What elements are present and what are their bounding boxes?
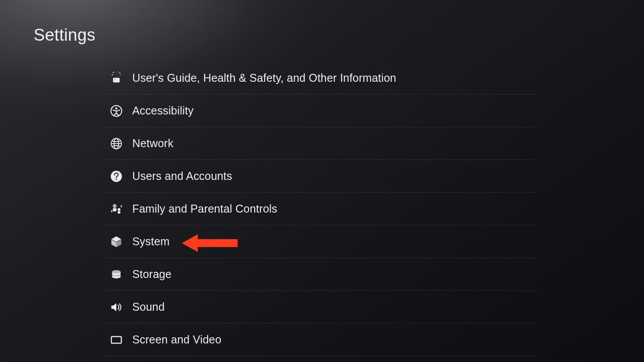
menu-item-label: System	[132, 235, 170, 248]
menu-item-sound[interactable]: Sound	[105, 291, 536, 324]
storage-icon	[109, 267, 123, 282]
menu-item-storage[interactable]: Storage	[105, 258, 536, 291]
icon-wrap	[105, 202, 132, 216]
menu-item-label: Storage	[132, 268, 172, 281]
menu-item-accessibility[interactable]: Accessibility	[105, 95, 536, 127]
menu-item-label: Screen and Video	[132, 333, 222, 346]
svg-point-8	[115, 178, 117, 179]
svg-point-16	[112, 270, 120, 273]
guide-icon	[109, 71, 123, 85]
menu-item-system[interactable]: System	[105, 225, 536, 258]
svg-rect-12	[113, 208, 116, 211]
icon-wrap	[105, 169, 132, 183]
icon-wrap	[105, 137, 132, 151]
globe-icon	[109, 137, 123, 151]
question-circle-icon	[109, 169, 123, 183]
svg-rect-17	[111, 336, 122, 343]
cube-icon	[109, 235, 123, 249]
svg-point-3	[115, 107, 118, 109]
icon-wrap	[105, 300, 132, 314]
menu-item-label: Users and Accounts	[132, 170, 232, 183]
icon-wrap	[105, 333, 132, 347]
menu-item-label: User's Guide, Health & Safety, and Other…	[132, 72, 396, 84]
svg-rect-1	[114, 79, 116, 80]
sound-icon	[109, 300, 123, 314]
menu-item-guide[interactable]: User's Guide, Health & Safety, and Other…	[105, 62, 536, 95]
menu-item-screen-video[interactable]: Screen and Video	[105, 324, 536, 356]
svg-point-10	[114, 205, 115, 206]
page-title: Settings	[34, 26, 96, 45]
menu-item-label: Family and Parental Controls	[132, 202, 277, 215]
menu-item-label: Sound	[132, 301, 165, 313]
icon-wrap	[105, 104, 132, 118]
menu-item-label: Accessibility	[132, 104, 194, 117]
menu-item-family[interactable]: Family and Parental Controls	[105, 193, 536, 225]
svg-point-11	[115, 205, 116, 206]
menu-item-users-accounts[interactable]: Users and Accounts	[105, 160, 536, 193]
icon-wrap	[105, 267, 132, 282]
menu-item-label: Network	[132, 137, 173, 150]
svg-rect-14	[118, 211, 121, 213]
settings-list: User's Guide, Health & Safety, and Other…	[105, 62, 536, 356]
screen-icon	[109, 333, 123, 347]
icon-wrap	[105, 235, 132, 249]
svg-point-13	[118, 208, 120, 210]
svg-point-9	[113, 204, 116, 208]
icon-wrap	[105, 71, 132, 85]
menu-item-network[interactable]: Network	[105, 127, 536, 160]
accessibility-icon	[109, 104, 123, 118]
family-icon	[109, 202, 123, 216]
